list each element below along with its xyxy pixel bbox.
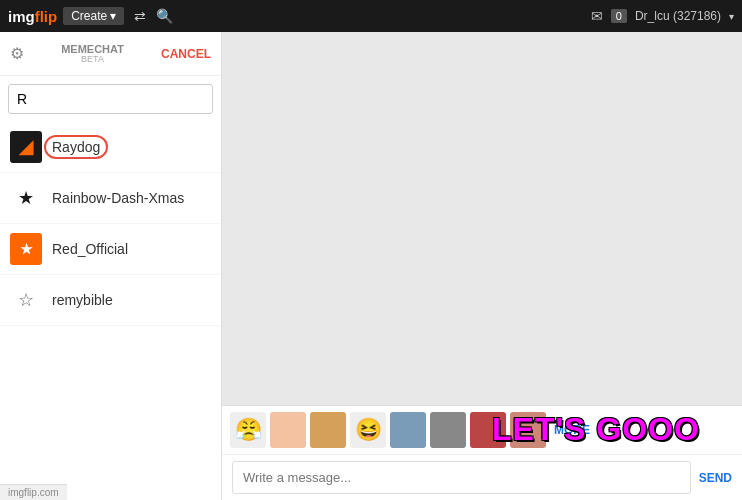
notif-badge: 0	[611, 9, 627, 23]
user-list: ◢ Raydog ★ Rainbow-Dash-Xmas ★ Red_Offic…	[0, 122, 221, 500]
sticker-thumb[interactable]: 😤	[230, 412, 266, 448]
dropdown-arrow-icon: ▾	[110, 9, 116, 23]
create-label: Create	[71, 9, 107, 23]
search-container	[0, 76, 221, 122]
sticker-thumb[interactable]	[310, 412, 346, 448]
chat-messages	[222, 32, 742, 405]
list-item[interactable]: ★ Rainbow-Dash-Xmas	[0, 173, 221, 224]
chat-area: LET'S GOOO 😤 😆 MORE SEND	[222, 32, 742, 500]
list-item[interactable]: ◢ Raydog	[0, 122, 221, 173]
gear-icon[interactable]: ⚙	[10, 44, 24, 63]
avatar: ☆	[10, 284, 42, 316]
cancel-button[interactable]: CANCEL	[161, 47, 211, 61]
user-name-remy: remybible	[52, 292, 113, 308]
footer: imgflip.com	[0, 484, 67, 500]
user-name-raydog: Raydog	[52, 139, 100, 155]
send-button[interactable]: SEND	[699, 471, 732, 485]
avatar: ★	[10, 182, 42, 214]
create-button[interactable]: Create ▾	[63, 7, 124, 25]
list-item[interactable]: ★ Red_Official	[0, 224, 221, 275]
shuffle-icon[interactable]: ⇄	[134, 8, 146, 24]
search-icon[interactable]: 🔍	[156, 8, 173, 24]
message-bar: SEND	[222, 455, 742, 500]
sticker-thumb[interactable]	[510, 412, 546, 448]
sticker-thumb[interactable]	[430, 412, 466, 448]
sticker-thumb[interactable]: 😆	[350, 412, 386, 448]
list-item[interactable]: ☆ remybible	[0, 275, 221, 326]
navbar: imgflip Create ▾ ⇄ 🔍 ✉ 0 Dr_lcu (327186)…	[0, 0, 742, 32]
main-layout: ⚙ MEMECHAT BETA CANCEL ◢ Raydog ★ Ra	[0, 32, 742, 500]
more-button[interactable]: MORE	[554, 423, 590, 437]
avatar: ★	[10, 233, 42, 265]
message-input[interactable]	[232, 461, 691, 494]
star-outline-icon: ☆	[18, 289, 34, 311]
footer-text: imgflip.com	[8, 487, 59, 498]
logo: imgflip	[8, 8, 57, 25]
sticker-thumb[interactable]	[470, 412, 506, 448]
avatar: ◢	[10, 131, 42, 163]
user-name-rainbow: Rainbow-Dash-Xmas	[52, 190, 184, 206]
emoji-bar: 😤 😆 MORE	[222, 406, 742, 455]
user-name-red: Red_Official	[52, 241, 128, 257]
star-icon: ★	[18, 187, 34, 209]
sidebar: ⚙ MEMECHAT BETA CANCEL ◢ Raydog ★ Ra	[0, 32, 222, 500]
right-section: ✉ 0 Dr_lcu (327186) ▾	[591, 8, 734, 24]
sidebar-header: ⚙ MEMECHAT BETA CANCEL	[0, 32, 221, 76]
sticker-thumb[interactable]	[270, 412, 306, 448]
chat-bottom: 😤 😆 MORE SEND	[222, 405, 742, 500]
sticker-thumb[interactable]	[390, 412, 426, 448]
user-dropdown-icon[interactable]: ▾	[729, 11, 734, 22]
search-input[interactable]	[8, 84, 213, 114]
mail-icon[interactable]: ✉	[591, 8, 603, 24]
nav-icons: ⇄ 🔍	[134, 8, 173, 24]
memechat-label: MEMECHAT BETA	[24, 43, 161, 65]
username-label[interactable]: Dr_lcu (327186)	[635, 9, 721, 23]
